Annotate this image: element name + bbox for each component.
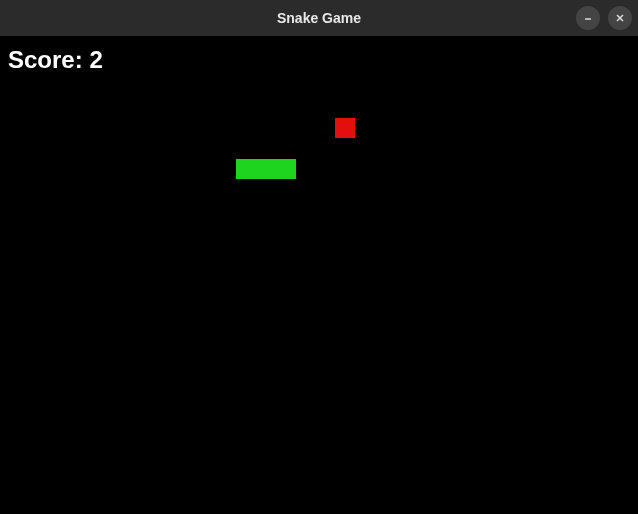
snake-segment [276,159,296,179]
food [335,118,355,138]
score-label: Score: [8,46,89,73]
snake-segment [236,159,256,179]
minimize-icon [583,13,593,23]
game-canvas[interactable]: Score: 2 [0,36,638,514]
snake-segment [256,159,276,179]
window-title: Snake Game [277,10,361,26]
score-value: 2 [89,46,102,73]
window-controls [576,6,632,30]
score-display: Score: 2 [8,46,103,74]
minimize-button[interactable] [576,6,600,30]
close-button[interactable] [608,6,632,30]
window-titlebar: Snake Game [0,0,638,36]
close-icon [615,13,625,23]
